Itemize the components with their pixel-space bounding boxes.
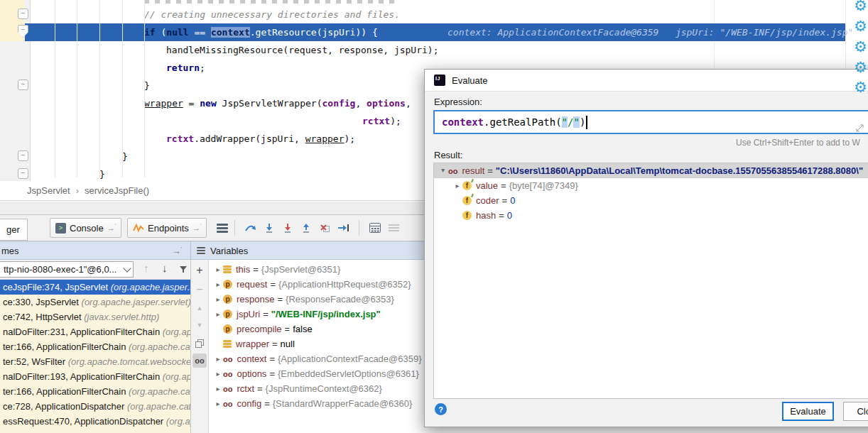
watch-icon: oo	[223, 400, 232, 408]
watches-hint: Use Ctrl+Shift+Enter to add to W	[736, 138, 860, 148]
gear-icon[interactable]: ⚙	[854, 40, 867, 54]
chevron-icon[interactable]: ▸	[213, 310, 223, 318]
watch-icon: oo	[448, 167, 457, 175]
gear-icon[interactable]: ⚙	[854, 60, 867, 75]
step-out-button[interactable]	[297, 219, 315, 237]
expression-label: Expression:	[434, 97, 482, 107]
fold-marker-icon[interactable]: −	[18, 80, 28, 90]
fold-marker-icon[interactable]: −	[18, 150, 28, 161]
thread-selector-row: ttp-nio-8080-exec-1"@6,0... ↑ ↓	[0, 260, 190, 280]
watch-icon: oo	[223, 385, 232, 393]
move-tab-icon: →'	[192, 223, 201, 232]
indent-guide	[55, 0, 55, 177]
parameter-icon: p	[223, 309, 232, 319]
expression-input[interactable]: context.getRealPath("/")	[433, 110, 868, 134]
code-line: }	[144, 77, 150, 94]
variables-menu-icon[interactable]	[197, 246, 205, 256]
code-line: rctxt.addWrapper(jspUri, wrapper);	[166, 130, 355, 148]
frame-row[interactable]: ce:330, JspServlet (org.apache.jasper.se…	[0, 295, 190, 309]
gear-icon[interactable]: ⚙	[854, 19, 867, 33]
code-line: // creating unnecessary directories and …	[144, 6, 400, 23]
add-watch-button[interactable]: +	[192, 263, 207, 278]
variables-panel-title: Variables	[210, 246, 248, 256]
move-down-button[interactable]: ▼	[192, 318, 207, 332]
frame-row[interactable]: nalDoFilter:193, ApplicationFilterChain …	[0, 369, 190, 384]
gear-icon[interactable]: ⚙	[854, 80, 867, 94]
breadcrumb-class[interactable]: JspServlet	[27, 185, 70, 196]
ide-screen: // creating unnecessary directories and …	[0, 0, 868, 433]
chevron-icon[interactable]: ▸	[440, 166, 447, 176]
result-row[interactable]: ▸ooresult="C:\Users\11860\AppData\Local\…	[434, 163, 868, 178]
help-icon[interactable]: ?	[435, 403, 447, 415]
indent-guide	[99, 0, 100, 177]
execution-code-line: if (null == context.getResource(jspUri))…	[144, 23, 378, 41]
frame-row[interactable]: ceJspFile:374, JspServlet (org.apache.ja…	[0, 280, 190, 295]
dialog-titlebar[interactable]: IJ Evaluate	[425, 70, 868, 92]
frames-panel-header: mes →'	[0, 241, 190, 260]
final-field-icon: f	[462, 196, 472, 205]
evaluate-expression-button[interactable]	[366, 219, 384, 237]
tab-endpoints[interactable]: Endpoints →'	[127, 218, 207, 238]
code-line: handleMissingResource(request, response,…	[166, 41, 439, 59]
step-over-button[interactable]	[242, 219, 260, 237]
frame-row[interactable]: ce:742, HttpServlet (javax.servlet.http)	[0, 309, 190, 324]
gear-icon[interactable]: ⚙	[854, 0, 867, 13]
pin-panel-icon[interactable]: →'	[172, 246, 182, 256]
result-row[interactable]: ▸fvalue={byte[74]@7349}	[434, 178, 868, 193]
fold-marker-icon[interactable]: −	[18, 168, 28, 179]
console-icon: >	[55, 223, 66, 234]
frame-row[interactable]: ter:166, ApplicationFilterChain (org.apa…	[0, 384, 190, 399]
fold-marker-icon[interactable]: −	[18, 9, 28, 19]
step-into-button[interactable]	[260, 219, 278, 237]
watch-icon: oo	[223, 355, 232, 363]
parameter-icon: p	[223, 324, 232, 334]
thread-dropdown[interactable]: ttp-nio-8080-exec-1"@6,0...	[0, 261, 134, 278]
chevron-icon[interactable]: ▸	[213, 370, 223, 378]
chevron-icon[interactable]: ▸	[213, 400, 223, 407]
evaluate-dialog: IJ Evaluate Expression: context.getRealP…	[424, 69, 868, 427]
remove-watch-button[interactable]: −	[192, 283, 207, 297]
filter-frames-icon[interactable]	[179, 264, 188, 276]
frame-row[interactable]: nalDoFilter:231, ApplicationFilterChain …	[0, 324, 190, 339]
chevron-icon[interactable]: ▸	[213, 295, 223, 303]
watch-icon: oo	[223, 370, 232, 378]
chevron-icon[interactable]: ▸	[213, 385, 223, 393]
move-up-button[interactable]: ▲	[192, 301, 207, 315]
close-button[interactable]: Close	[843, 402, 868, 421]
frame-row[interactable]: essRequest:470, ApplicationDispatcher (o…	[0, 414, 190, 429]
code-line: }	[122, 148, 128, 165]
force-step-into-button[interactable]	[278, 219, 297, 237]
final-field-icon: f	[462, 181, 472, 190]
text-caret	[586, 116, 587, 129]
code-line: rctxt);	[362, 112, 401, 130]
drop-frame-button[interactable]	[315, 219, 334, 237]
chevron-icon[interactable]: ▸	[213, 265, 223, 273]
show-watches-toggle[interactable]: oo	[192, 353, 207, 368]
chevron-icon[interactable]: ▸	[213, 280, 223, 288]
chevron-icon[interactable]: ▸	[452, 182, 462, 190]
result-row[interactable]: ▸fhash=0	[434, 208, 868, 223]
chevron-icon[interactable]: ▸	[213, 355, 223, 363]
toolbar-separator	[359, 220, 359, 236]
run-to-cursor-button[interactable]	[334, 219, 352, 237]
frame-row[interactable]: ter:52, WsFilter (org.apache.tomcat.webs…	[0, 354, 190, 369]
next-frame-icon[interactable]: ↓	[162, 262, 168, 274]
code-line: return;	[166, 59, 205, 77]
breadcrumb-method[interactable]: serviceJspFile()	[85, 185, 149, 196]
duplicate-watch-button[interactable]	[192, 336, 207, 351]
expand-input-icon[interactable]	[856, 123, 864, 134]
parameter-icon: p	[223, 295, 232, 304]
tab-debugger[interactable]: ger	[0, 219, 28, 241]
previous-frame-icon[interactable]: ↑	[143, 262, 149, 274]
layout-menu-icon[interactable]	[217, 222, 228, 234]
result-row[interactable]: ▸fcoder=0	[434, 193, 868, 208]
move-tab-icon: →'	[107, 223, 116, 232]
tab-console[interactable]: > Console →'	[50, 218, 121, 238]
frame-row[interactable]: ce:728, ApplicationDispatcher (org.apach…	[0, 399, 190, 414]
evaluate-button[interactable]: Evaluate	[782, 402, 834, 421]
frame-row[interactable]: ward:403, ApplicationDispatcher (org.apa…	[0, 429, 190, 433]
frame-row[interactable]: ter:166, ApplicationFilterChain (org.apa…	[0, 339, 190, 354]
code-line-partial	[144, 0, 400, 4]
trace-stream-button[interactable]	[384, 219, 403, 237]
frames-panel-title: mes	[1, 246, 19, 256]
